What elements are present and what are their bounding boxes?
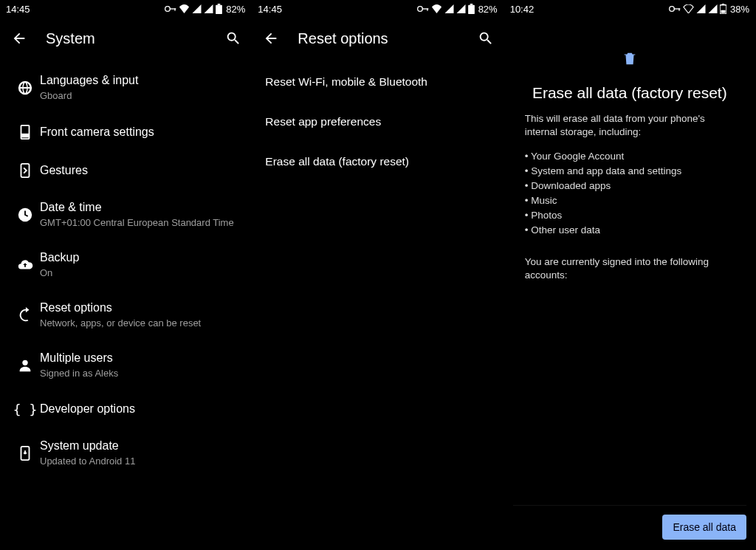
search-icon[interactable] (477, 30, 495, 47)
battery-icon (468, 4, 475, 14)
svg-point-11 (417, 7, 422, 12)
item-subtitle: GMT+01:00 Central European Standard Time (40, 216, 239, 229)
svg-rect-15 (470, 4, 472, 5)
item-subtitle: Signed in as Aleks (40, 367, 239, 379)
item-gestures[interactable]: Gestures (0, 151, 251, 189)
cloud-up-icon (17, 257, 33, 273)
search-icon[interactable] (224, 30, 242, 47)
erase-description: This will erase all data from your phone… (525, 112, 735, 139)
status-bar: 10:42 38% (504, 0, 755, 18)
restore-icon (17, 307, 33, 323)
page-title: System (46, 30, 207, 47)
status-right: 82% (417, 4, 498, 15)
svg-rect-2 (175, 8, 176, 10)
svg-rect-20 (721, 10, 725, 13)
gesture-icon (17, 162, 33, 179)
back-icon[interactable] (262, 30, 280, 47)
erase-bullets: • Your Google Account • System and app d… (525, 149, 735, 238)
item-backup[interactable]: Backup On (0, 239, 251, 289)
status-right: 82% (165, 4, 245, 15)
key-icon (669, 5, 681, 13)
item-system-update[interactable]: System update Updated to Android 11 (0, 427, 251, 478)
item-title: Multiple users (40, 350, 239, 365)
person-icon (17, 357, 33, 374)
item-front-camera[interactable]: Front camera settings (0, 112, 251, 151)
battery-icon (216, 4, 222, 14)
svg-point-0 (165, 7, 171, 12)
item-title: Backup (40, 250, 239, 265)
signal-icon (696, 4, 706, 13)
page-title: Reset options (298, 30, 458, 47)
item-reset-wifi[interactable]: Reset Wi-Fi, mobile & Bluetooth (252, 62, 503, 102)
battery-text: 38% (730, 4, 749, 15)
svg-rect-18 (678, 8, 679, 10)
svg-rect-4 (218, 4, 221, 5)
svg-rect-6 (21, 134, 30, 138)
wifi-icon (683, 4, 694, 13)
signal-icon (444, 4, 454, 13)
item-reset-options[interactable]: Reset options Network, apps, or device c… (0, 289, 251, 340)
item-title: Reset options (40, 300, 239, 315)
signed-in-text: You are currently signed into the follow… (525, 255, 735, 282)
wifi-icon (431, 4, 442, 13)
item-title: Developer options (40, 401, 239, 416)
battery-text: 82% (226, 4, 245, 15)
item-title: Erase all data (factory reset) (265, 155, 491, 168)
item-title: Languages & input (40, 72, 239, 88)
battery-low-icon (720, 4, 726, 14)
status-bar: 14:45 82% (0, 0, 251, 18)
item-erase-all-data[interactable]: Erase all data (factory reset) (252, 142, 503, 182)
bullet-item: • System and app data and settings (525, 164, 735, 179)
status-bar: 14:45 82% (252, 0, 503, 18)
reset-list: Reset Wi-Fi, mobile & Bluetooth Reset ap… (252, 59, 503, 182)
update-icon (17, 445, 33, 461)
status-time: 10:42 (510, 4, 535, 15)
item-subtitle: Updated to Android 11 (40, 455, 239, 467)
screen-system: 14:45 82% System Languages & input Gboar… (0, 0, 252, 550)
item-languages-input[interactable]: Languages & input Gboard (0, 62, 251, 112)
item-reset-app-prefs[interactable]: Reset app preferences (252, 102, 503, 142)
svg-rect-14 (468, 5, 475, 14)
signal2-icon (708, 4, 718, 13)
svg-point-9 (22, 360, 27, 365)
bullet-item: • Downloaded apps (525, 179, 735, 193)
status-time: 14:45 (258, 4, 282, 15)
app-bar: System (0, 18, 251, 59)
bullet-item: • Photos (525, 208, 735, 223)
back-icon[interactable] (10, 30, 28, 47)
item-subtitle: Gboard (40, 89, 239, 102)
globe-icon (17, 80, 33, 96)
status-time: 14:45 (6, 4, 30, 15)
item-developer-options[interactable]: { } Developer options (0, 390, 251, 427)
clock-icon (17, 207, 33, 223)
item-title: Front camera settings (40, 124, 239, 140)
phone-front-icon (17, 124, 33, 140)
svg-point-16 (670, 7, 675, 12)
signal2-icon (456, 4, 466, 13)
bullet-item: • Music (525, 193, 735, 208)
page-title: Erase all data (factory reset) (532, 84, 727, 102)
wifi-icon (179, 4, 190, 13)
svg-rect-21 (722, 4, 725, 5)
item-title: Reset app preferences (265, 115, 491, 128)
bullet-item: • Other user data (525, 223, 735, 238)
item-date-time[interactable]: Date & time GMT+01:00 Central European S… (0, 189, 251, 239)
item-title: Gestures (40, 162, 239, 178)
key-icon (165, 5, 176, 13)
item-multiple-users[interactable]: Multiple users Signed in as Aleks (0, 340, 251, 390)
signal2-icon (204, 4, 213, 13)
status-right: 38% (669, 4, 749, 15)
erase-all-button[interactable]: Erase all data (662, 515, 746, 540)
settings-list: Languages & input Gboard Front camera se… (0, 59, 251, 478)
screen-reset-options: 14:45 82% Reset options Reset Wi-Fi, mob… (252, 0, 504, 550)
bullet-item: • Your Google Account (525, 149, 735, 164)
svg-rect-7 (21, 164, 30, 177)
svg-rect-13 (427, 8, 427, 10)
app-bar: Reset options (252, 18, 503, 59)
signal-icon (192, 4, 202, 13)
screen-erase-all: 10:42 38% Erase all data (factory reset)… (504, 0, 756, 550)
item-title: Date & time (40, 199, 239, 215)
item-subtitle: On (40, 267, 239, 279)
svg-rect-3 (216, 5, 222, 14)
item-subtitle: Network, apps, or device can be reset (40, 317, 239, 329)
